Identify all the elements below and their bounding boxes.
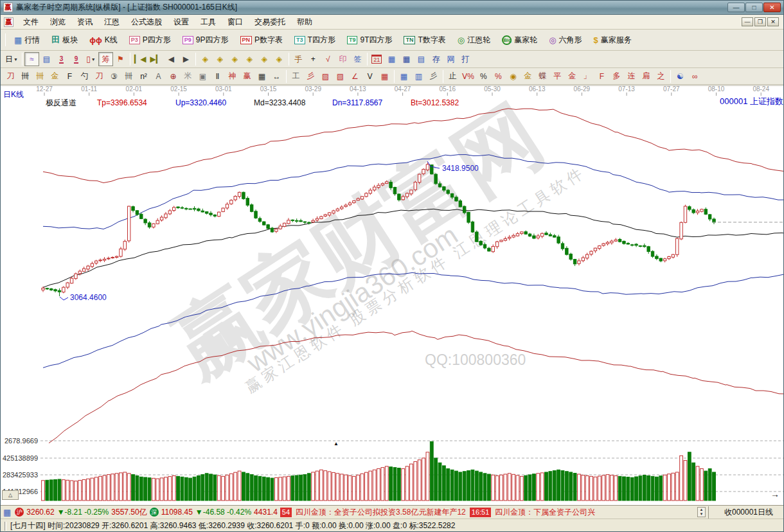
frame-tool-icon[interactable]: 工 xyxy=(289,69,303,84)
link-angle-icon[interactable]: 连 xyxy=(624,69,639,84)
circle-3-icon[interactable]: ③ xyxy=(107,69,121,84)
width-arrows-icon[interactable]: ↔ xyxy=(269,69,284,84)
ticker-news-item[interactable]: 四川金顶：全资子公司拟投资3.58亿元新建年产12 xyxy=(296,507,466,518)
grid-calculator-icon[interactable]: ▦ xyxy=(399,52,414,66)
compass-target-icon[interactable]: ⊕ xyxy=(166,69,181,84)
percent-icon[interactable]: % xyxy=(476,69,491,84)
hand-tool-icon[interactable]: 手 xyxy=(291,52,306,66)
yin-yang-icon[interactable]: ☯ xyxy=(673,69,688,84)
scroll-right-icon[interactable]: → xyxy=(771,489,780,499)
volume-collapse-button[interactable]: △ xyxy=(2,490,19,500)
f-hatch-icon[interactable]: F xyxy=(62,69,77,84)
f-angle-icon[interactable]: F xyxy=(594,69,609,84)
measure-tool-icon[interactable]: √ xyxy=(321,52,335,66)
save-chart-icon[interactable]: 存 xyxy=(429,52,443,66)
shen-grid-icon[interactable]: 神 xyxy=(225,69,240,84)
spiral-tool-icon[interactable]: 勺 xyxy=(77,69,92,84)
kline-chart[interactable]: 赢家财富网www.yingjia360.com赢家江恩软件 股票分析软件 江恩理… xyxy=(1,85,784,505)
nav-last-icon[interactable]: ▶▎ xyxy=(148,52,163,66)
hatch-lines-icon[interactable]: 卌 xyxy=(18,69,33,84)
menu-item-trade-entrust[interactable]: 交易委托 xyxy=(249,15,291,29)
double-bars-icon[interactable]: Ⅱ xyxy=(210,69,225,84)
nav-first-icon[interactable]: ▎◀ xyxy=(132,52,148,66)
kline-button[interactable]: ɸɸK线 xyxy=(84,32,123,48)
winner-service-button[interactable]: $赢家服务 xyxy=(589,32,637,48)
menu-item-browse[interactable]: 浏览 xyxy=(44,15,71,29)
knife-tool-icon[interactable]: 刀 xyxy=(3,69,18,84)
numbered-grid-icon[interactable]: ▦ xyxy=(254,69,269,84)
copy-web-icon[interactable]: 网 xyxy=(443,52,458,66)
menu-item-formula-stock-pick[interactable]: 公式选股 xyxy=(125,15,168,29)
knife-up-icon[interactable]: 刀 xyxy=(92,69,107,84)
infinity-icon[interactable]: ∞ xyxy=(688,69,702,84)
blue-grid-a-icon[interactable]: ▦ xyxy=(396,69,411,84)
nav-prev-icon[interactable]: ◀ xyxy=(164,52,179,66)
overlay-curve-icon[interactable]: ≈ xyxy=(24,52,39,66)
mini-chart-3-icon[interactable]: 3 xyxy=(54,52,69,66)
menu-item-news[interactable]: 资讯 xyxy=(71,15,98,29)
mdi-minimize-button[interactable]: — xyxy=(742,17,753,26)
flat-wave-icon[interactable]: 平 xyxy=(550,69,565,84)
fan-box-icon[interactable]: ▨ xyxy=(318,69,333,84)
news-ticker[interactable]: 54四川金顶：全资子公司拟投资3.58亿元新建年产1216:51四川金顶：下属全… xyxy=(280,507,695,518)
diamond-left-icon[interactable]: ◈ xyxy=(198,52,213,66)
grid-target-icon[interactable]: ▣ xyxy=(195,69,210,84)
nav-next-icon[interactable]: ▶ xyxy=(179,52,193,66)
mini-chart-9-icon[interactable]: 9 xyxy=(69,52,84,66)
calendar-tool-icon[interactable]: 21 xyxy=(370,52,384,66)
9p-square-button[interactable]: P99P四方形 xyxy=(177,32,234,48)
zigzag-line-icon[interactable]: Ⅴ xyxy=(362,69,377,84)
flat-angle-icon[interactable]: 扁 xyxy=(639,69,654,84)
period-selector-icon[interactable]: 日▼ xyxy=(3,52,20,66)
gold-lines-icon[interactable]: 金 xyxy=(521,69,535,84)
price-bars-icon[interactable]: 止 xyxy=(445,69,460,84)
gold-hatch-1-icon[interactable]: 卌 xyxy=(33,69,48,84)
slash-lines-icon[interactable]: 彡 xyxy=(426,69,441,84)
info-board-icon[interactable]: ▤ xyxy=(39,52,54,66)
percent-v-icon[interactable]: Ⅴ% xyxy=(460,69,476,84)
quotes-button[interactable]: ▦行情 xyxy=(9,32,45,48)
menu-item-tools[interactable]: 工具 xyxy=(195,15,222,29)
9t-square-button[interactable]: T99T四方形 xyxy=(342,32,398,48)
menu-item-help[interactable]: 帮助 xyxy=(291,15,318,29)
stamp-tool-icon[interactable]: 印 xyxy=(335,52,350,66)
menu-item-gann[interactable]: 江恩 xyxy=(98,15,125,29)
t-square-button[interactable]: T3T四方形 xyxy=(289,32,341,48)
ray-fan-icon[interactable]: 彡 xyxy=(303,69,318,84)
color-flag-icon[interactable]: ⚑ xyxy=(113,52,128,66)
multi-angle-icon[interactable]: 多 xyxy=(609,69,624,84)
ticker-news-item[interactable]: 四川金顶：下属全资子公司兴 xyxy=(495,507,595,518)
maximize-button[interactable]: □ xyxy=(745,3,763,12)
red-grid-icon[interactable]: ▦ xyxy=(377,69,392,84)
blue-grid-b-icon[interactable]: ▥ xyxy=(411,69,426,84)
calculator-tool-icon[interactable]: ▦ xyxy=(384,52,399,66)
diamond-cross-icon[interactable]: ◈ xyxy=(257,52,272,66)
close-button[interactable]: ✕ xyxy=(763,3,781,12)
crosshair-tool-icon[interactable]: + xyxy=(306,52,321,66)
diamond-all-icon[interactable]: ◈ xyxy=(272,52,287,66)
dense-hatch-icon[interactable]: 卌 xyxy=(121,69,136,84)
sectors-button[interactable]: 田板块 xyxy=(46,31,83,48)
t-digit-table-button[interactable]: TNT数字表 xyxy=(398,32,450,48)
winner-wheel-button[interactable]: Big赢家轮 xyxy=(497,32,542,48)
p-digit-table-button[interactable]: PNP数字表 xyxy=(235,32,289,48)
minimize-button[interactable]: — xyxy=(727,3,745,12)
butterfly-tool-icon[interactable]: 蝶 xyxy=(535,69,550,84)
diamond-vertical-icon[interactable]: ◈ xyxy=(242,52,257,66)
mdi-close-button[interactable]: ✕ xyxy=(767,17,779,26)
note-tool-icon[interactable]: 签 xyxy=(350,52,365,66)
menu-item-window[interactable]: 窗口 xyxy=(222,15,249,29)
n-square-icon[interactable]: n² xyxy=(136,69,151,84)
menu-item-settings[interactable]: 设置 xyxy=(168,15,195,29)
menu-item-file[interactable]: 文件 xyxy=(17,15,44,29)
angle-arrow-icon[interactable]: ∠ xyxy=(348,69,362,84)
hexagon-button[interactable]: ◎六角形 xyxy=(544,32,587,48)
dropdown-arrow-icon[interactable]: ▼ xyxy=(13,57,18,62)
diamond-horizontal-icon[interactable]: ◈ xyxy=(227,52,242,66)
ying-grid-icon[interactable]: 赢 xyxy=(240,69,254,84)
spinner-down-icon[interactable]: ▼ xyxy=(698,512,705,517)
wave-angle-icon[interactable]: 之 xyxy=(654,69,668,84)
p-square-button[interactable]: P3P四方形 xyxy=(124,32,176,48)
gold-hatch-2-icon[interactable]: 金 xyxy=(48,69,62,84)
dropdown-arrow-icon[interactable]: ▼ xyxy=(91,57,96,62)
